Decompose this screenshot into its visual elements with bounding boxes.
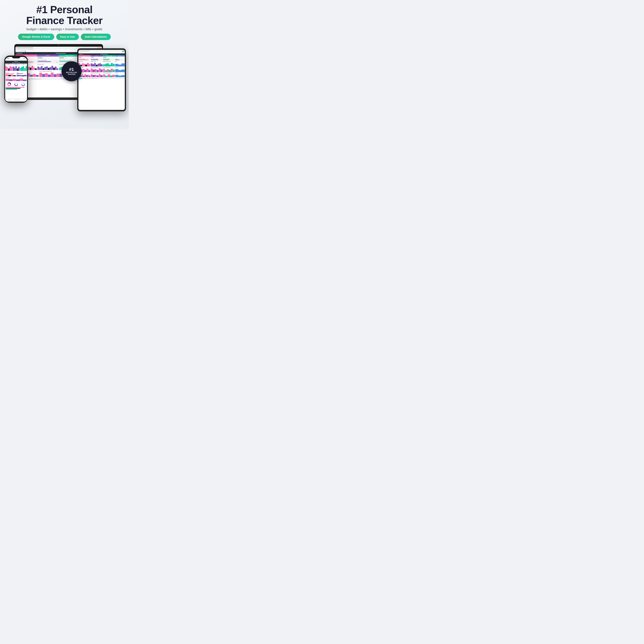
bar bbox=[31, 66, 33, 70]
bar bbox=[53, 68, 55, 70]
bar bbox=[55, 67, 57, 70]
bar bbox=[46, 66, 48, 70]
phone-shell: 12:19 ▪▪▪ ▸ ▪ ‹ ↩ ↪ ⊡ ⊞ ⋮ bbox=[4, 56, 28, 103]
bar bbox=[48, 68, 50, 70]
subtitle: budget • debts • savings • investments •… bbox=[26, 27, 102, 31]
devices-container: BudgetMate - Personal Finance Tracker (s… bbox=[3, 44, 126, 114]
phone-screen: 12:19 ▪▪▪ ▸ ▪ ‹ ↩ ↪ ⊡ ⊞ ⋮ bbox=[5, 57, 27, 101]
badge-easy-to-use[interactable]: Easy to Use bbox=[56, 34, 79, 40]
tablet-shell: BudgetMate - Personal Finance Tracker (s… bbox=[77, 48, 126, 111]
badge-auto-calc[interactable]: Auto Calculations bbox=[81, 34, 111, 40]
bar bbox=[45, 73, 48, 77]
bar bbox=[51, 73, 54, 77]
bar bbox=[30, 68, 31, 70]
bar bbox=[35, 68, 37, 70]
bar bbox=[30, 75, 33, 77]
bar bbox=[43, 68, 44, 70]
badges-container: Google Sheets & Excel Easy to Use Auto C… bbox=[18, 34, 111, 40]
bar bbox=[48, 75, 51, 77]
bestselling-number: #1 bbox=[69, 67, 74, 72]
bar bbox=[59, 74, 62, 77]
laptop-camera bbox=[58, 45, 59, 46]
bar bbox=[41, 66, 43, 70]
bar bbox=[33, 74, 36, 77]
bar bbox=[51, 66, 53, 70]
badge-google-sheets[interactable]: Google Sheets & Excel bbox=[18, 34, 54, 40]
bar bbox=[59, 68, 61, 70]
headline-line2: Finance Tracker bbox=[26, 15, 102, 26]
phone-notch bbox=[12, 56, 20, 58]
bar bbox=[44, 67, 46, 70]
bar bbox=[50, 67, 51, 70]
bestselling-label: BESTSELLINGTRACKER bbox=[66, 72, 77, 75]
headline: #1 Personal Finance Tracker bbox=[26, 4, 102, 26]
phone-mockup: 12:19 ▪▪▪ ▸ ▪ ‹ ↩ ↪ ⊡ ⊞ ⋮ bbox=[4, 56, 28, 103]
bar bbox=[39, 67, 41, 70]
bar bbox=[54, 74, 56, 77]
page-wrapper: #1 Personal Finance Tracker budget • deb… bbox=[0, 0, 129, 129]
bestselling-badge: #1 BESTSELLINGTRACKER bbox=[62, 61, 82, 81]
bar bbox=[57, 68, 58, 70]
bar bbox=[42, 74, 45, 77]
bar bbox=[36, 75, 38, 77]
bar bbox=[39, 73, 42, 77]
headline-line1: #1 Personal bbox=[26, 4, 102, 15]
tablet-mockup: BudgetMate - Personal Finance Tracker (s… bbox=[77, 48, 126, 111]
bar bbox=[28, 67, 30, 70]
bar bbox=[33, 67, 35, 70]
tablet-screen: BudgetMate - Personal Finance Tracker (s… bbox=[78, 50, 125, 110]
bar bbox=[37, 67, 39, 70]
bar bbox=[57, 74, 59, 77]
